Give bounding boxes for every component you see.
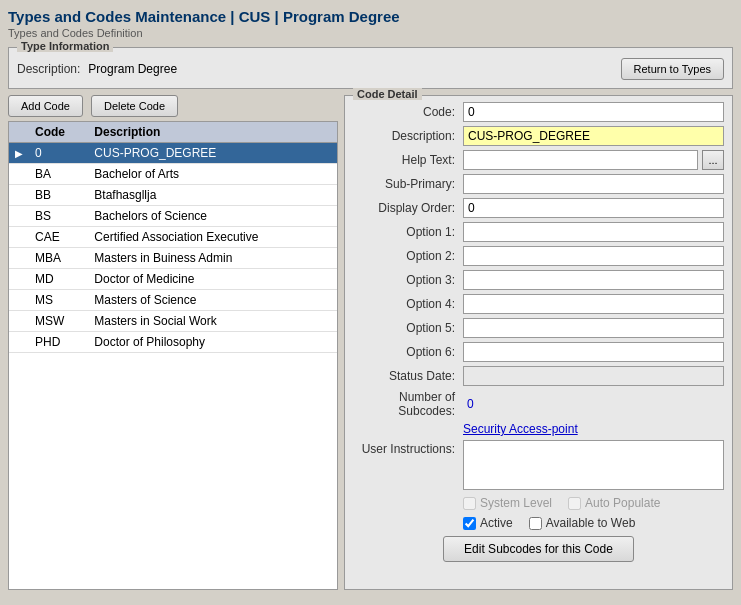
code-table-container: Code Description ▶ 0 CUS-PROG_DEGREE BA … — [8, 121, 338, 590]
code-cell: BA — [29, 164, 88, 185]
option1-input[interactable] — [463, 222, 724, 242]
help-text-input[interactable] — [463, 150, 698, 170]
option5-row: Option 5: — [353, 318, 724, 338]
option1-label: Option 1: — [353, 225, 463, 239]
help-text-label: Help Text: — [353, 153, 463, 167]
active-checkbox[interactable] — [463, 517, 476, 530]
code-col-header: Code — [29, 122, 88, 143]
code-cell: MSW — [29, 311, 88, 332]
row-arrow — [9, 227, 29, 248]
table-row[interactable]: CAE Certified Association Executive — [9, 227, 337, 248]
help-text-browse-button[interactable]: ... — [702, 150, 724, 170]
option1-row: Option 1: — [353, 222, 724, 242]
auto-populate-label: Auto Populate — [585, 496, 660, 510]
display-order-input[interactable] — [463, 198, 724, 218]
description-row: Description: — [353, 126, 724, 146]
table-row[interactable]: BA Bachelor of Arts — [9, 164, 337, 185]
row-arrow — [9, 185, 29, 206]
system-level-label: System Level — [480, 496, 552, 510]
type-info-left: Description: Program Degree — [17, 62, 177, 76]
auto-populate-checkbox-item: Auto Populate — [568, 496, 660, 510]
description-input[interactable] — [463, 126, 724, 146]
description-cell: Bachelor of Arts — [88, 164, 337, 185]
title-text: Types and Codes Maintenance — [8, 8, 226, 25]
description-cell: Btafhasgllja — [88, 185, 337, 206]
option6-label: Option 6: — [353, 345, 463, 359]
sub-primary-label: Sub-Primary: — [353, 177, 463, 191]
description-col-header: Description — [88, 122, 337, 143]
code-cell: PHD — [29, 332, 88, 353]
table-row[interactable]: ▶ 0 CUS-PROG_DEGREE — [9, 143, 337, 164]
edit-subcodes-button[interactable]: Edit Subcodes for this Code — [443, 536, 634, 562]
code-input[interactable] — [463, 102, 724, 122]
code-cell: BB — [29, 185, 88, 206]
table-row[interactable]: BB Btafhasgllja — [9, 185, 337, 206]
code-field-label: Code: — [353, 105, 463, 119]
status-date-label: Status Date: — [353, 369, 463, 383]
option6-input[interactable] — [463, 342, 724, 362]
table-row[interactable]: MBA Masters in Buiness Admin — [9, 248, 337, 269]
separator2: | — [275, 8, 279, 25]
row-arrow — [9, 248, 29, 269]
option3-label: Option 3: — [353, 273, 463, 287]
active-checkbox-item: Active — [463, 516, 513, 530]
option6-row: Option 6: — [353, 342, 724, 362]
code-cell: MD — [29, 269, 88, 290]
separator: | — [230, 8, 234, 25]
description-label: Description: — [17, 62, 80, 76]
status-date-input[interactable] — [463, 366, 724, 386]
arrow-col-header — [9, 122, 29, 143]
available-to-web-checkbox[interactable] — [529, 517, 542, 530]
status-date-row: Status Date: — [353, 366, 724, 386]
option2-input[interactable] — [463, 246, 724, 266]
table-row[interactable]: PHD Doctor of Philosophy — [9, 332, 337, 353]
option2-label: Option 2: — [353, 249, 463, 263]
description-value: Program Degree — [88, 62, 177, 76]
page-subtitle: Types and Codes Definition — [8, 27, 733, 39]
bottom-button-row: Edit Subcodes for this Code — [353, 536, 724, 562]
option5-label: Option 5: — [353, 321, 463, 335]
option5-input[interactable] — [463, 318, 724, 338]
description-cell: Masters in Social Work — [88, 311, 337, 332]
help-text-row: Help Text: ... — [353, 150, 724, 170]
delete-code-button[interactable]: Delete Code — [91, 95, 178, 117]
option2-row: Option 2: — [353, 246, 724, 266]
checkboxes-row-1: System Level Auto Populate — [463, 496, 724, 510]
security-access-link[interactable]: Security Access-point — [463, 422, 578, 436]
user-instructions-label: User Instructions: — [353, 442, 463, 456]
option4-input[interactable] — [463, 294, 724, 314]
security-link-row: Security Access-point — [353, 422, 724, 436]
table-header-row: Code Description — [9, 122, 337, 143]
subcodes-label: Number of Subcodes: — [353, 390, 463, 418]
help-text-field-group: ... — [463, 150, 724, 170]
row-arrow — [9, 311, 29, 332]
checkboxes-row-2: Active Available to Web — [463, 516, 724, 530]
left-panel: Add Code Delete Code Code Description ▶ … — [8, 95, 338, 590]
table-row[interactable]: BS Bachelors of Science — [9, 206, 337, 227]
sub-primary-input[interactable] — [463, 174, 724, 194]
type-info-legend: Type Information — [17, 40, 113, 52]
row-arrow: ▶ — [9, 143, 29, 164]
auto-populate-checkbox — [568, 497, 581, 510]
table-row[interactable]: MSW Masters in Social Work — [9, 311, 337, 332]
subcodes-row: Number of Subcodes: 0 — [353, 390, 724, 418]
action-buttons: Add Code Delete Code — [8, 95, 338, 117]
return-to-types-button[interactable]: Return to Types — [621, 58, 724, 80]
option3-row: Option 3: — [353, 270, 724, 290]
description-cell: CUS-PROG_DEGREE — [88, 143, 337, 164]
active-label: Active — [480, 516, 513, 530]
table-row[interactable]: MS Masters of Science — [9, 290, 337, 311]
page-title: Types and Codes Maintenance | CUS | Prog… — [8, 8, 400, 25]
display-order-label: Display Order: — [353, 201, 463, 215]
code-table-body: ▶ 0 CUS-PROG_DEGREE BA Bachelor of Arts … — [9, 143, 337, 353]
description-cell: Masters in Buiness Admin — [88, 248, 337, 269]
code-cell: MBA — [29, 248, 88, 269]
option3-input[interactable] — [463, 270, 724, 290]
table-row[interactable]: MD Doctor of Medicine — [9, 269, 337, 290]
main-container: Types and Codes Maintenance | CUS | Prog… — [0, 0, 741, 605]
description-cell: Masters of Science — [88, 290, 337, 311]
add-code-button[interactable]: Add Code — [8, 95, 83, 117]
available-to-web-checkbox-item: Available to Web — [529, 516, 636, 530]
user-instructions-textarea[interactable] — [463, 440, 724, 490]
page-header: Types and Codes Maintenance | CUS | Prog… — [8, 8, 733, 27]
